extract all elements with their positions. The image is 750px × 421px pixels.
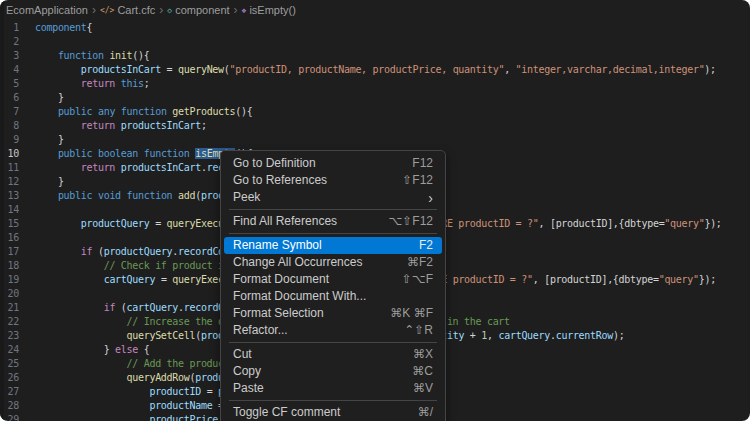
code-line[interactable]: } bbox=[35, 91, 722, 105]
breadcrumb-separator-icon: › bbox=[92, 4, 96, 16]
menu-item-go-to-references[interactable]: Go to References⇧F12 bbox=[224, 172, 442, 189]
context-menu: Go to DefinitionF12Go to References⇧F12P… bbox=[220, 150, 446, 421]
menu-item-shortcut: ⌃⇧R bbox=[404, 322, 433, 339]
menu-item-label: Rename Symbol bbox=[233, 237, 322, 254]
code-line[interactable]: productsInCart = queryNew("productID, pr… bbox=[35, 63, 722, 77]
line-number[interactable]: 2 bbox=[0, 35, 19, 49]
line-number[interactable]: 26 bbox=[0, 371, 19, 385]
menu-item-shortcut: ⌥⇧F12 bbox=[388, 213, 433, 230]
line-number[interactable]: 9 bbox=[0, 133, 19, 147]
menu-separator bbox=[229, 233, 437, 234]
breadcrumb-label: isEmpty() bbox=[249, 4, 295, 16]
menu-item-shortcut: ⇧⌥F bbox=[402, 271, 433, 288]
line-number[interactable]: 16 bbox=[0, 231, 19, 245]
file-icon: </> bbox=[100, 6, 114, 15]
line-number[interactable]: 22 bbox=[0, 315, 19, 329]
menu-item-label: Format Selection bbox=[233, 305, 324, 322]
menu-item-label: Find All References bbox=[233, 213, 337, 230]
menu-item-format-document[interactable]: Format Document⇧⌥F bbox=[224, 271, 442, 288]
menu-item-label: Peek bbox=[233, 189, 260, 206]
line-number[interactable]: 4 bbox=[0, 63, 19, 77]
menu-item-format-selection[interactable]: Format Selection⌘K ⌘F bbox=[224, 305, 442, 322]
breadcrumb-separator-icon: › bbox=[159, 4, 163, 16]
line-number[interactable]: 12 bbox=[0, 175, 19, 189]
menu-item-refactor[interactable]: Refactor...⌃⇧R bbox=[224, 322, 442, 339]
menu-item-label: Paste bbox=[233, 380, 264, 397]
code-line[interactable]: return this; bbox=[35, 77, 722, 91]
menu-item-label: Change All Occurrences bbox=[233, 254, 362, 271]
menu-item-shortcut: F2 bbox=[419, 237, 433, 254]
line-number[interactable]: 18 bbox=[0, 259, 19, 273]
breadcrumb-label: component bbox=[175, 4, 229, 16]
line-number[interactable]: 11 bbox=[0, 161, 19, 175]
line-number[interactable]: 14 bbox=[0, 203, 19, 217]
code-line[interactable]: } bbox=[35, 133, 722, 147]
menu-item-label: Go to Definition bbox=[233, 155, 316, 172]
menu-item-change-all-occurrences[interactable]: Change All Occurrences⌘F2 bbox=[224, 254, 442, 271]
menu-item-paste[interactable]: Paste⌘V bbox=[224, 380, 442, 397]
line-number[interactable]: 28 bbox=[0, 399, 19, 413]
line-number[interactable]: 10 bbox=[0, 147, 19, 161]
menu-item-label: Cut bbox=[233, 346, 252, 363]
menu-item-shortcut: ⌘V bbox=[413, 380, 433, 397]
menu-item-format-document-with[interactable]: Format Document With... bbox=[224, 288, 442, 305]
breadcrumb-item-ecomapplication[interactable]: EcomApplication bbox=[6, 4, 88, 16]
line-number[interactable]: 21 bbox=[0, 301, 19, 315]
code-line[interactable]: return productsInCart; bbox=[35, 119, 722, 133]
menu-item-label: Copy bbox=[233, 363, 261, 380]
line-number[interactable]: 3 bbox=[0, 49, 19, 63]
menu-item-copy[interactable]: Copy⌘C bbox=[224, 363, 442, 380]
breadcrumb-label: Cart.cfc bbox=[117, 4, 155, 16]
menu-item-label: Go to References bbox=[233, 172, 327, 189]
breadcrumb-item-cart-cfc[interactable]: </>Cart.cfc bbox=[100, 4, 155, 16]
menu-item-find-all-references[interactable]: Find All References⌥⇧F12 bbox=[224, 213, 442, 230]
code-line[interactable]: component{ bbox=[35, 21, 722, 35]
breadcrumb: EcomApplication›</>Cart.cfc›◇component›❖… bbox=[0, 0, 750, 20]
menu-separator bbox=[229, 209, 437, 210]
menu-item-label: Toggle CF comment bbox=[233, 404, 340, 421]
menu-item-rename-symbol[interactable]: Rename SymbolF2 bbox=[224, 237, 442, 254]
symbol-class-icon: ◇ bbox=[167, 6, 172, 15]
menu-item-peek[interactable]: Peek› bbox=[224, 189, 442, 206]
line-number[interactable]: 19 bbox=[0, 273, 19, 287]
menu-item-shortcut: F12 bbox=[412, 155, 433, 172]
line-number[interactable]: 8 bbox=[0, 119, 19, 133]
line-number[interactable]: 13 bbox=[0, 189, 19, 203]
menu-item-toggle-cf-comment[interactable]: Toggle CF comment⌘/ bbox=[224, 404, 442, 421]
menu-item-shortcut: ⌘F2 bbox=[407, 254, 433, 271]
line-number[interactable]: 1 bbox=[0, 21, 19, 35]
line-number[interactable]: 27 bbox=[0, 385, 19, 399]
menu-item-shortcut: ⌘C bbox=[412, 363, 433, 380]
menu-item-label: Format Document With... bbox=[233, 288, 366, 305]
code-line[interactable]: function init(){ bbox=[35, 49, 722, 63]
menu-item-shortcut: ⌘/ bbox=[418, 404, 433, 421]
symbol-method-icon: ❖ bbox=[242, 6, 247, 15]
menu-item-label: Format Document bbox=[233, 271, 329, 288]
breadcrumb-item-component[interactable]: ◇component bbox=[167, 4, 229, 16]
code-line[interactable]: public any function getProducts(){ bbox=[35, 105, 722, 119]
submenu-chevron-icon: › bbox=[428, 191, 433, 205]
editor-window: EcomApplication›</>Cart.cfc›◇component›❖… bbox=[0, 0, 750, 421]
breadcrumb-label: EcomApplication bbox=[6, 4, 88, 16]
menu-item-label: Refactor... bbox=[233, 322, 288, 339]
line-number[interactable]: 17 bbox=[0, 245, 19, 259]
menu-item-shortcut: ⇧F12 bbox=[402, 172, 433, 189]
line-number[interactable]: 25 bbox=[0, 357, 19, 371]
breadcrumb-separator-icon: › bbox=[234, 4, 238, 16]
menu-separator bbox=[229, 400, 437, 401]
menu-item-shortcut: ⌘K ⌘F bbox=[390, 305, 433, 322]
line-number[interactable]: 29 bbox=[0, 413, 19, 421]
line-number[interactable]: 7 bbox=[0, 105, 19, 119]
menu-item-shortcut: ⌘X bbox=[413, 346, 433, 363]
line-number[interactable]: 6 bbox=[0, 91, 19, 105]
code-line[interactable] bbox=[35, 35, 722, 49]
line-number[interactable]: 20 bbox=[0, 287, 19, 301]
line-number[interactable]: 5 bbox=[0, 77, 19, 91]
menu-item-cut[interactable]: Cut⌘X bbox=[224, 346, 442, 363]
menu-item-go-to-definition[interactable]: Go to DefinitionF12 bbox=[224, 155, 442, 172]
line-number[interactable]: 23 bbox=[0, 329, 19, 343]
line-number[interactable]: 24 bbox=[0, 343, 19, 357]
breadcrumb-item-isempty[interactable]: ❖isEmpty() bbox=[242, 4, 296, 16]
line-number[interactable]: 15 bbox=[0, 217, 19, 231]
gutter: 1234567891011121314151617181920212223242… bbox=[0, 20, 19, 421]
